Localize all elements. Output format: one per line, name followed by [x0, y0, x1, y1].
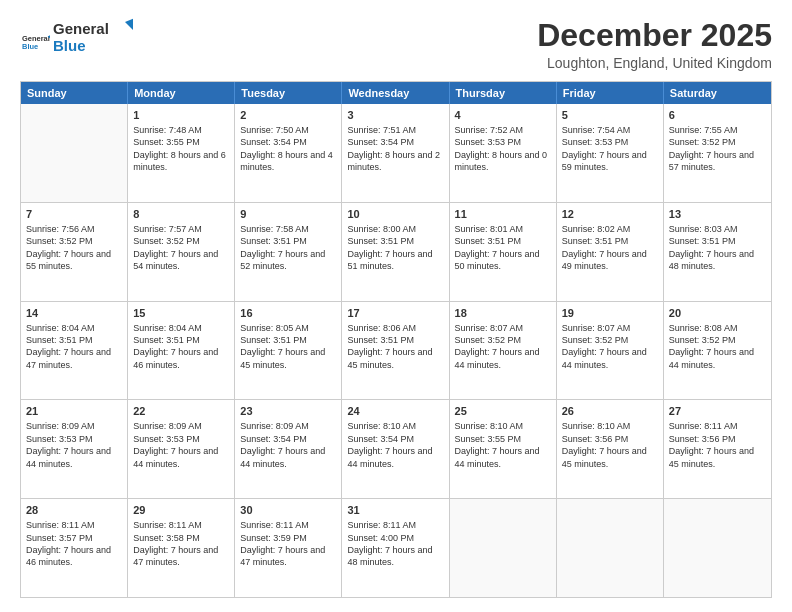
calendar-cell: 20Sunrise: 8:08 AM Sunset: 3:52 PM Dayli…: [664, 302, 771, 400]
day-number: 13: [669, 207, 766, 222]
day-number: 9: [240, 207, 336, 222]
cell-details: Sunrise: 8:11 AM Sunset: 3:59 PM Dayligh…: [240, 519, 336, 569]
location: Loughton, England, United Kingdom: [537, 55, 772, 71]
cell-details: Sunrise: 8:03 AM Sunset: 3:51 PM Dayligh…: [669, 223, 766, 273]
calendar-cell: 1Sunrise: 7:48 AM Sunset: 3:55 PM Daylig…: [128, 104, 235, 202]
calendar-cell: 31Sunrise: 8:11 AM Sunset: 4:00 PM Dayli…: [342, 499, 449, 597]
header: General Blue General Blue December 2025 …: [20, 18, 772, 71]
calendar-cell: 7Sunrise: 7:56 AM Sunset: 3:52 PM Daylig…: [21, 203, 128, 301]
cell-details: Sunrise: 8:07 AM Sunset: 3:52 PM Dayligh…: [562, 322, 658, 372]
calendar-cell: 3Sunrise: 7:51 AM Sunset: 3:54 PM Daylig…: [342, 104, 449, 202]
day-of-week-header: Thursday: [450, 82, 557, 104]
month-title: December 2025: [537, 18, 772, 53]
day-of-week-header: Tuesday: [235, 82, 342, 104]
calendar-week-row: 28Sunrise: 8:11 AM Sunset: 3:57 PM Dayli…: [21, 498, 771, 597]
calendar-cell: 30Sunrise: 8:11 AM Sunset: 3:59 PM Dayli…: [235, 499, 342, 597]
calendar-week-row: 7Sunrise: 7:56 AM Sunset: 3:52 PM Daylig…: [21, 202, 771, 301]
cell-details: Sunrise: 7:51 AM Sunset: 3:54 PM Dayligh…: [347, 124, 443, 174]
day-number: 29: [133, 503, 229, 518]
cell-details: Sunrise: 8:02 AM Sunset: 3:51 PM Dayligh…: [562, 223, 658, 273]
cell-details: Sunrise: 8:04 AM Sunset: 3:51 PM Dayligh…: [133, 322, 229, 372]
day-number: 27: [669, 404, 766, 419]
cell-details: Sunrise: 7:58 AM Sunset: 3:51 PM Dayligh…: [240, 223, 336, 273]
cell-details: Sunrise: 7:56 AM Sunset: 3:52 PM Dayligh…: [26, 223, 122, 273]
day-number: 19: [562, 306, 658, 321]
cell-details: Sunrise: 8:10 AM Sunset: 3:54 PM Dayligh…: [347, 420, 443, 470]
day-of-week-header: Sunday: [21, 82, 128, 104]
cell-details: Sunrise: 8:06 AM Sunset: 3:51 PM Dayligh…: [347, 322, 443, 372]
calendar-body: 1Sunrise: 7:48 AM Sunset: 3:55 PM Daylig…: [21, 104, 771, 597]
calendar-cell: 28Sunrise: 8:11 AM Sunset: 3:57 PM Dayli…: [21, 499, 128, 597]
day-number: 11: [455, 207, 551, 222]
cell-details: Sunrise: 8:11 AM Sunset: 3:57 PM Dayligh…: [26, 519, 122, 569]
day-number: 28: [26, 503, 122, 518]
calendar-cell: 15Sunrise: 8:04 AM Sunset: 3:51 PM Dayli…: [128, 302, 235, 400]
day-number: 18: [455, 306, 551, 321]
cell-details: Sunrise: 7:55 AM Sunset: 3:52 PM Dayligh…: [669, 124, 766, 174]
calendar-cell: 4Sunrise: 7:52 AM Sunset: 3:53 PM Daylig…: [450, 104, 557, 202]
day-of-week-header: Friday: [557, 82, 664, 104]
calendar-cell: 8Sunrise: 7:57 AM Sunset: 3:52 PM Daylig…: [128, 203, 235, 301]
calendar-cell: 26Sunrise: 8:10 AM Sunset: 3:56 PM Dayli…: [557, 400, 664, 498]
calendar-cell: 10Sunrise: 8:00 AM Sunset: 3:51 PM Dayli…: [342, 203, 449, 301]
calendar: SundayMondayTuesdayWednesdayThursdayFrid…: [20, 81, 772, 598]
calendar-cell: [664, 499, 771, 597]
day-number: 1: [133, 108, 229, 123]
calendar-cell: 29Sunrise: 8:11 AM Sunset: 3:58 PM Dayli…: [128, 499, 235, 597]
cell-details: Sunrise: 7:57 AM Sunset: 3:52 PM Dayligh…: [133, 223, 229, 273]
day-number: 30: [240, 503, 336, 518]
day-number: 5: [562, 108, 658, 123]
calendar-cell: 12Sunrise: 8:02 AM Sunset: 3:51 PM Dayli…: [557, 203, 664, 301]
day-number: 3: [347, 108, 443, 123]
cell-details: Sunrise: 8:04 AM Sunset: 3:51 PM Dayligh…: [26, 322, 122, 372]
calendar-cell: [21, 104, 128, 202]
calendar-cell: 5Sunrise: 7:54 AM Sunset: 3:53 PM Daylig…: [557, 104, 664, 202]
calendar-cell: 22Sunrise: 8:09 AM Sunset: 3:53 PM Dayli…: [128, 400, 235, 498]
cell-details: Sunrise: 8:00 AM Sunset: 3:51 PM Dayligh…: [347, 223, 443, 273]
page: General Blue General Blue December 2025 …: [0, 0, 792, 612]
day-number: 25: [455, 404, 551, 419]
day-of-week-header: Saturday: [664, 82, 771, 104]
day-of-week-header: Monday: [128, 82, 235, 104]
cell-details: Sunrise: 8:09 AM Sunset: 3:53 PM Dayligh…: [26, 420, 122, 470]
day-number: 26: [562, 404, 658, 419]
calendar-cell: 17Sunrise: 8:06 AM Sunset: 3:51 PM Dayli…: [342, 302, 449, 400]
calendar-cell: 11Sunrise: 8:01 AM Sunset: 3:51 PM Dayli…: [450, 203, 557, 301]
svg-text:Blue: Blue: [53, 37, 86, 54]
day-number: 31: [347, 503, 443, 518]
calendar-cell: 25Sunrise: 8:10 AM Sunset: 3:55 PM Dayli…: [450, 400, 557, 498]
day-number: 7: [26, 207, 122, 222]
logo-icon: General Blue: [22, 28, 50, 56]
calendar-cell: 27Sunrise: 8:11 AM Sunset: 3:56 PM Dayli…: [664, 400, 771, 498]
day-number: 2: [240, 108, 336, 123]
day-number: 15: [133, 306, 229, 321]
day-number: 8: [133, 207, 229, 222]
calendar-cell: 16Sunrise: 8:05 AM Sunset: 3:51 PM Dayli…: [235, 302, 342, 400]
cell-details: Sunrise: 8:05 AM Sunset: 3:51 PM Dayligh…: [240, 322, 336, 372]
calendar-cell: 2Sunrise: 7:50 AM Sunset: 3:54 PM Daylig…: [235, 104, 342, 202]
cell-details: Sunrise: 8:11 AM Sunset: 3:56 PM Dayligh…: [669, 420, 766, 470]
calendar-week-row: 1Sunrise: 7:48 AM Sunset: 3:55 PM Daylig…: [21, 104, 771, 202]
calendar-cell: 23Sunrise: 8:09 AM Sunset: 3:54 PM Dayli…: [235, 400, 342, 498]
day-number: 14: [26, 306, 122, 321]
logo-graphic: General Blue: [53, 18, 133, 56]
svg-text:General: General: [53, 20, 109, 37]
day-number: 10: [347, 207, 443, 222]
cell-details: Sunrise: 7:50 AM Sunset: 3:54 PM Dayligh…: [240, 124, 336, 174]
calendar-cell: 18Sunrise: 8:07 AM Sunset: 3:52 PM Dayli…: [450, 302, 557, 400]
calendar-cell: 19Sunrise: 8:07 AM Sunset: 3:52 PM Dayli…: [557, 302, 664, 400]
cell-details: Sunrise: 7:48 AM Sunset: 3:55 PM Dayligh…: [133, 124, 229, 174]
calendar-cell: [450, 499, 557, 597]
svg-marker-5: [125, 18, 133, 32]
day-number: 4: [455, 108, 551, 123]
cell-details: Sunrise: 8:11 AM Sunset: 4:00 PM Dayligh…: [347, 519, 443, 569]
cell-details: Sunrise: 7:54 AM Sunset: 3:53 PM Dayligh…: [562, 124, 658, 174]
calendar-cell: 21Sunrise: 8:09 AM Sunset: 3:53 PM Dayli…: [21, 400, 128, 498]
calendar-cell: 13Sunrise: 8:03 AM Sunset: 3:51 PM Dayli…: [664, 203, 771, 301]
day-of-week-header: Wednesday: [342, 82, 449, 104]
calendar-week-row: 14Sunrise: 8:04 AM Sunset: 3:51 PM Dayli…: [21, 301, 771, 400]
calendar-cell: 6Sunrise: 7:55 AM Sunset: 3:52 PM Daylig…: [664, 104, 771, 202]
cell-details: Sunrise: 8:01 AM Sunset: 3:51 PM Dayligh…: [455, 223, 551, 273]
cell-details: Sunrise: 8:11 AM Sunset: 3:58 PM Dayligh…: [133, 519, 229, 569]
calendar-cell: 24Sunrise: 8:10 AM Sunset: 3:54 PM Dayli…: [342, 400, 449, 498]
